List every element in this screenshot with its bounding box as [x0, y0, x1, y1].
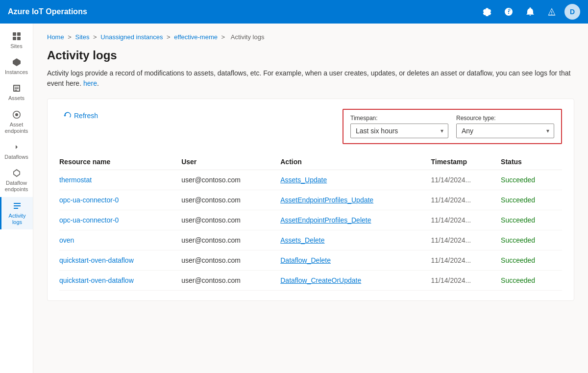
here-link[interactable]: here [83, 79, 97, 87]
sidebar-item-label: Asset endpoints [2, 122, 31, 134]
filters-container: Timespan: Last six hours Last hour Last … [343, 109, 562, 144]
timespan-label: Timespan: [350, 115, 448, 122]
svg-marker-4 [13, 58, 21, 66]
sidebar-item-dataflows[interactable]: Dataflows [0, 138, 33, 164]
breadcrumb-unassigned-instances[interactable]: Unassigned instances [100, 33, 163, 41]
action-link[interactable]: AssetEndpointProfiles_Delete [280, 216, 371, 224]
resource-name-link[interactable]: opc-ua-connector-0 [59, 196, 119, 204]
sidebar-item-dataflow-endpoints[interactable]: Dataflow endpoints [0, 164, 33, 197]
col-status: Status [501, 154, 562, 170]
dataflows-icon [12, 142, 22, 152]
sidebar: Sites Instances Assets [0, 24, 33, 373]
topnav-icons: D [478, 3, 580, 21]
sidebar-item-label: Assets [8, 95, 24, 101]
col-timestamp: Timestamp [431, 154, 501, 170]
resource-type-select-wrapper: Any Assets Dataflows Asset Endpoint Prof… [456, 124, 554, 138]
cell-status: Succeeded [501, 250, 562, 271]
cell-status: Succeeded [501, 271, 562, 291]
cell-status: Succeeded [501, 230, 562, 250]
user-avatar[interactable]: D [564, 4, 580, 20]
svg-rect-2 [13, 37, 16, 40]
svg-rect-1 [17, 32, 21, 36]
toolbar: Refresh Timespan: Last six hours Last ho… [59, 109, 562, 144]
col-resource-name: Resource name [59, 154, 181, 170]
sidebar-item-activity-logs[interactable]: Activity logs [0, 197, 33, 229]
resource-name-link[interactable]: opc-ua-connector-0 [59, 216, 119, 224]
dataflow-endpoints-icon [12, 168, 22, 178]
table-row: opc-ua-connector-0user@contoso.comAssetE… [59, 210, 562, 230]
resource-type-label: Resource type: [456, 115, 554, 122]
help-icon[interactable] [500, 3, 517, 21]
col-user: User [181, 154, 280, 170]
table-row: quickstart-oven-dataflowuser@contoso.com… [59, 250, 562, 271]
resource-name-link[interactable]: quickstart-oven-dataflow [59, 256, 134, 264]
page-description: Activity logs provide a record of modifi… [47, 68, 574, 89]
sidebar-item-instances[interactable]: Instances [0, 53, 33, 79]
main-content: Home > Sites > Unassigned instances > ef… [33, 24, 588, 373]
sites-icon [12, 31, 22, 41]
breadcrumb-current: Activity logs [231, 33, 265, 41]
timespan-select[interactable]: Last six hours Last hour Last 24 hours L… [350, 124, 448, 138]
table-row: opc-ua-connector-0user@contoso.comAssetE… [59, 190, 562, 210]
cell-timestamp: 11/14/2024... [431, 250, 501, 271]
table-row: quickstart-oven-dataflowuser@contoso.com… [59, 271, 562, 291]
topnav: Azure IoT Operations D [0, 0, 588, 24]
assets-icon [12, 83, 22, 93]
cell-user: user@contoso.com [181, 190, 280, 210]
cell-timestamp: 11/14/2024... [431, 170, 501, 190]
action-link[interactable]: Dataflow_CreateOrUpdate [280, 276, 361, 284]
cell-user: user@contoso.com [181, 250, 280, 271]
sidebar-item-assets[interactable]: Assets [0, 79, 33, 105]
breadcrumb: Home > Sites > Unassigned instances > ef… [47, 33, 574, 41]
sidebar-item-sites[interactable]: Sites [0, 27, 33, 53]
activity-logs-icon [12, 201, 22, 211]
table-row: ovenuser@contoso.comAssets_Delete11/14/2… [59, 230, 562, 250]
instances-icon [12, 57, 22, 67]
action-link[interactable]: AssetEndpointProfiles_Update [280, 196, 373, 204]
sidebar-item-asset-endpoints[interactable]: Asset endpoints [0, 106, 33, 138]
activity-logs-card: Refresh Timespan: Last six hours Last ho… [47, 99, 574, 301]
cell-timestamp: 11/14/2024... [431, 190, 501, 210]
cell-user: user@contoso.com [181, 170, 280, 190]
action-link[interactable]: Assets_Delete [280, 236, 324, 244]
refresh-button[interactable]: Refresh [59, 109, 102, 123]
resource-type-select[interactable]: Any Assets Dataflows Asset Endpoint Prof… [456, 124, 554, 138]
cell-user: user@contoso.com [181, 230, 280, 250]
resource-name-link[interactable]: oven [59, 236, 74, 244]
sidebar-item-label: Activity logs [3, 213, 31, 225]
timespan-select-wrapper: Last six hours Last hour Last 24 hours L… [350, 124, 448, 138]
table-row: thermostatuser@contoso.comAssets_Update1… [59, 170, 562, 190]
refresh-icon [63, 112, 71, 120]
svg-rect-0 [13, 32, 16, 36]
settings-icon[interactable] [478, 3, 496, 21]
page-title: Activity logs [47, 49, 574, 62]
svg-rect-3 [17, 37, 21, 40]
cell-user: user@contoso.com [181, 271, 280, 291]
action-link[interactable]: Assets_Update [280, 176, 327, 184]
breadcrumb-effective-meme[interactable]: effective-meme [174, 33, 218, 41]
cell-user: user@contoso.com [181, 210, 280, 230]
resource-name-link[interactable]: quickstart-oven-dataflow [59, 276, 134, 284]
timespan-filter-group: Timespan: Last six hours Last hour Last … [350, 115, 448, 138]
breadcrumb-home[interactable]: Home [47, 33, 64, 41]
table-header-row: Resource name User Action Timestamp Stat… [59, 154, 562, 170]
app-title: Azure IoT Operations [8, 7, 87, 16]
sidebar-item-label: Dataflows [4, 154, 28, 160]
svg-point-5 [15, 113, 18, 116]
alerts-icon[interactable] [543, 3, 561, 21]
resource-type-filter-group: Resource type: Any Assets Dataflows Asse… [456, 115, 554, 138]
cell-timestamp: 11/14/2024... [431, 271, 501, 291]
resource-name-link[interactable]: thermostat [59, 176, 92, 184]
action-link[interactable]: Dataflow_Delete [280, 256, 331, 264]
sidebar-item-label: Instances [5, 69, 28, 75]
col-action: Action [280, 154, 431, 170]
sidebar-item-label: Dataflow endpoints [2, 180, 31, 193]
cell-status: Succeeded [501, 210, 562, 230]
breadcrumb-sites[interactable]: Sites [75, 33, 90, 41]
notifications-icon[interactable] [521, 3, 539, 21]
asset-endpoints-icon [12, 110, 22, 120]
sidebar-item-label: Sites [10, 43, 22, 50]
cell-timestamp: 11/14/2024... [431, 210, 501, 230]
refresh-label: Refresh [74, 112, 98, 120]
cell-status: Succeeded [501, 190, 562, 210]
